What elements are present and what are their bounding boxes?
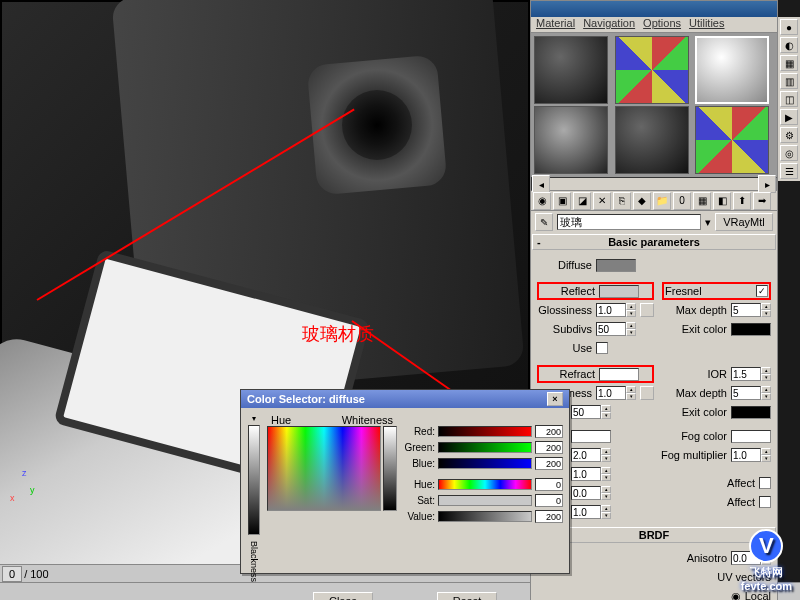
r-maxdepth-input[interactable] <box>731 386 761 400</box>
make-copy-icon[interactable]: ⎘ <box>613 192 631 210</box>
pick-icon[interactable]: ✎ <box>535 213 553 231</box>
go-parent-icon[interactable]: ⬆ <box>733 192 751 210</box>
diffuse-swatch[interactable] <box>596 259 636 272</box>
subdivs-label: Subdivs <box>537 323 592 335</box>
blue-slider[interactable] <box>438 458 532 469</box>
fogmult-input[interactable] <box>731 448 761 462</box>
blackness-label: Blackness <box>249 541 259 582</box>
collapse-icon: - <box>537 235 541 249</box>
frame-current[interactable]: 0 <box>2 566 22 582</box>
reset-button[interactable]: Reset <box>437 592 497 600</box>
dropdown-icon[interactable]: ▾ <box>705 216 711 229</box>
material-menu: Material Navigation Options Utilities <box>531 17 777 33</box>
multiplier-input[interactable] <box>571 467 601 481</box>
material-editor-titlebar[interactable] <box>531 1 777 17</box>
green-slider[interactable] <box>438 442 532 453</box>
glossiness-input[interactable] <box>596 303 626 317</box>
use-checkbox[interactable] <box>596 342 608 354</box>
whiteness-slider[interactable] <box>383 426 397 511</box>
slot-scrollbar[interactable]: ◂ ▸ <box>531 177 777 191</box>
value-slider[interactable] <box>438 511 532 522</box>
material-slot-selected[interactable] <box>695 36 769 104</box>
sat-slider[interactable] <box>438 495 532 506</box>
close-button[interactable]: × <box>547 392 563 406</box>
scroll-right-icon[interactable]: ▸ <box>758 175 776 193</box>
scroll-left-icon[interactable]: ◂ <box>532 175 550 193</box>
video-check-icon[interactable]: ◫ <box>780 91 798 107</box>
hue-slider[interactable] <box>438 479 532 490</box>
red-slider[interactable] <box>438 426 532 437</box>
reset-icon[interactable]: ✕ <box>593 192 611 210</box>
r-subdivs-input[interactable] <box>571 405 601 419</box>
show-map-icon[interactable]: ▦ <box>693 192 711 210</box>
show-result-icon[interactable]: ◧ <box>713 192 731 210</box>
blackness-slider[interactable] <box>248 425 260 535</box>
coef2-input[interactable] <box>571 505 601 519</box>
refract-swatch[interactable] <box>599 368 639 381</box>
sample-type-icon[interactable]: ● <box>780 19 798 35</box>
assign-icon[interactable]: ◪ <box>573 192 591 210</box>
local-radio-icon[interactable]: ◉ <box>731 590 741 601</box>
r-exitcolor-swatch[interactable] <box>731 406 771 419</box>
green-label: Green: <box>403 442 435 453</box>
hue-input[interactable] <box>535 478 563 491</box>
material-list-icon[interactable]: ☰ <box>780 163 798 179</box>
make-unique-icon[interactable]: ◆ <box>633 192 651 210</box>
menu-options[interactable]: Options <box>640 17 684 32</box>
green-input[interactable] <box>535 441 563 454</box>
r-maxdepth-label: Max depth <box>662 387 727 399</box>
whiteness-label: Whiteness <box>342 414 393 426</box>
hue-slider-label: Hue: <box>403 479 435 490</box>
put-to-scene-icon[interactable]: ▣ <box>553 192 571 210</box>
material-type-button[interactable]: VRayMtl <box>715 213 773 231</box>
material-id-icon[interactable]: 0 <box>673 192 691 210</box>
put-library-icon[interactable]: 📁 <box>653 192 671 210</box>
menu-utilities[interactable]: Utilities <box>686 17 727 32</box>
thickness-input[interactable] <box>571 448 601 462</box>
red-input[interactable] <box>535 425 563 438</box>
fogcolor-swatch[interactable] <box>731 430 771 443</box>
go-sibling-icon[interactable]: ➡ <box>753 192 771 210</box>
maxdepth-input[interactable] <box>731 303 761 317</box>
reflect-swatch[interactable] <box>599 285 639 298</box>
material-slot[interactable] <box>695 106 769 174</box>
material-name-input[interactable] <box>557 214 701 230</box>
coef1-input[interactable] <box>571 486 601 500</box>
blue-input[interactable] <box>535 457 563 470</box>
color-selector-dialog: Color Selector: diffuse × ▾ Blackness Hu… <box>240 389 570 574</box>
sample-uv-icon[interactable]: ▥ <box>780 73 798 89</box>
affect2-checkbox[interactable] <box>759 496 771 508</box>
exitcolor-label: Exit color <box>662 323 727 335</box>
options-icon[interactable]: ⚙ <box>780 127 798 143</box>
map-slot-button[interactable] <box>640 303 654 317</box>
fresnel-checkbox[interactable]: ✓ <box>756 285 768 297</box>
hue-picker[interactable] <box>267 426 381 511</box>
material-slot[interactable] <box>534 36 608 104</box>
make-preview-icon[interactable]: ▶ <box>780 109 798 125</box>
menu-material[interactable]: Material <box>533 17 578 32</box>
r-glossiness-input[interactable] <box>596 386 626 400</box>
value-input[interactable] <box>535 510 563 523</box>
background-icon[interactable]: ▦ <box>780 55 798 71</box>
material-slot[interactable] <box>534 106 608 174</box>
material-slot[interactable] <box>615 106 689 174</box>
camera-lens-glass <box>342 90 412 160</box>
rollout-basic-header[interactable]: - Basic parameters <box>532 234 776 250</box>
maxdepth-label: Max depth <box>662 304 727 316</box>
map-slot-button[interactable] <box>640 386 654 400</box>
backlight-icon[interactable]: ◐ <box>780 37 798 53</box>
exitcolor-swatch[interactable] <box>731 323 771 336</box>
translucent-swatch[interactable] <box>571 430 611 443</box>
color-selector-titlebar[interactable]: Color Selector: diffuse × <box>241 390 569 408</box>
ior-input[interactable] <box>731 367 761 381</box>
subdivs-input[interactable] <box>596 322 626 336</box>
select-by-mat-icon[interactable]: ◎ <box>780 145 798 161</box>
menu-navigation[interactable]: Navigation <box>580 17 638 32</box>
close-button[interactable]: Close <box>313 592 373 600</box>
get-material-icon[interactable]: ◉ <box>533 192 551 210</box>
affect-checkbox[interactable] <box>759 477 771 489</box>
material-name-row: ✎ ▾ VRayMtl <box>531 211 777 233</box>
sat-input[interactable] <box>535 494 563 507</box>
fresnel-label: Fresnel <box>665 285 752 297</box>
material-slot[interactable] <box>615 36 689 104</box>
